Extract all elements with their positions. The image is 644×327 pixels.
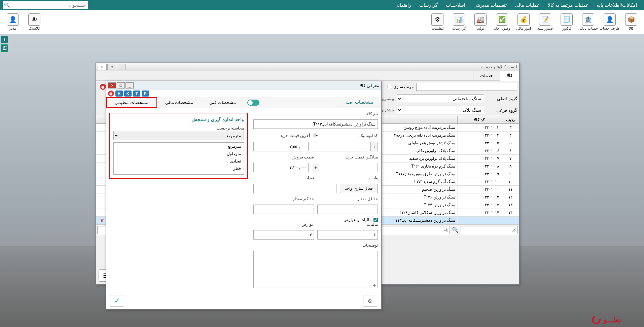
exit-button[interactable]: ⎋ (363, 295, 377, 306)
factory-icon: 🏭 (474, 13, 487, 26)
tab-fin-specs[interactable]: مشخصات مالی (157, 98, 202, 107)
detail-badge-r[interactable]: R (142, 90, 149, 97)
name-label: نام کالا (253, 111, 378, 116)
detail-window-title: معرفی کالا (360, 83, 379, 88)
detail-close[interactable]: ✕ (108, 82, 116, 88)
autocode-plus[interactable]: + (370, 142, 378, 151)
chart-icon: 📊 (453, 13, 465, 26)
sellprice-plus[interactable]: + (312, 163, 319, 172)
filter-code-input[interactable] (461, 226, 518, 234)
unit-option-3[interactable]: قطر (114, 165, 244, 172)
maximize-button[interactable]: □ (107, 64, 116, 70)
menu-goods-ops[interactable]: عملیات مرتبط به کالا (544, 0, 593, 10)
box-icon: 📦 (625, 13, 637, 26)
detail-minimize[interactable]: _ (126, 82, 134, 88)
badge-logo-icon[interactable]: ◉ (100, 84, 106, 90)
tb-production[interactable]: 🏭تولید (470, 12, 491, 33)
tab-goods[interactable]: کالا (500, 71, 519, 81)
close-button[interactable]: ✕ (98, 64, 107, 70)
row-code: ۰۲۳۰۱۰۰۴ (457, 132, 501, 139)
menu-reports[interactable]: گزارشات (415, 0, 442, 10)
row-index: ۶ (501, 147, 519, 154)
tb-invoice[interactable]: 🧾فاکتور (557, 12, 577, 33)
row-code: ۰۲۳۰۱۰۱۲ (457, 193, 501, 201)
barcode-icon[interactable]: ⊪ (313, 132, 318, 139)
side-info-icon[interactable]: ℹ (1, 36, 8, 43)
count-input[interactable] (253, 184, 336, 193)
min-label: حداقل مقدار (317, 196, 378, 201)
menu-mgmt[interactable]: تنظیمات مدیریتی (469, 0, 511, 10)
sellprice-input[interactable] (253, 163, 309, 172)
desc-textarea[interactable] (253, 251, 378, 288)
menu-base[interactable]: امکانات/اطلاعات پایه (593, 0, 641, 10)
desc-plus-icon[interactable]: + (373, 283, 376, 288)
confirm-button[interactable]: ✓ (110, 295, 124, 306)
max-input[interactable] (253, 205, 314, 214)
max-label: حداکثر مقدار (253, 196, 314, 201)
tax-checkbox[interactable] (373, 218, 378, 222)
detail-badge-h[interactable]: H (115, 90, 123, 97)
lastbuy-input[interactable] (253, 142, 309, 151)
unit-option-0[interactable]: مترمربع (114, 143, 244, 150)
search-input[interactable] (11, 1, 88, 9)
tab-tech-specs[interactable]: مشخصات فنی (201, 98, 244, 107)
row-index: ۱۲ (501, 193, 519, 201)
search-icon[interactable]: 🔍 (3, 1, 11, 9)
tab-services[interactable]: خدمات (473, 71, 500, 80)
tb-reports[interactable]: 📊گزارشات (449, 12, 469, 33)
row-code: ۰۲۳۰۱۰۱۴ (457, 209, 501, 216)
avgbuy-input[interactable] (323, 163, 378, 172)
sort-input[interactable] (416, 83, 517, 91)
filter-search-icon: 🔍 (452, 226, 459, 234)
goods-name-input[interactable] (253, 119, 378, 129)
tax-input[interactable] (317, 230, 378, 240)
menu-corrections[interactable]: اصلاحــات (442, 0, 469, 10)
min-input[interactable] (317, 205, 378, 214)
detail-badge-k[interactable]: K (124, 90, 132, 97)
tb-admin[interactable]: 👤مدیر (3, 12, 23, 33)
tb-cheque[interactable]: ✅وصول چک (492, 12, 512, 33)
lastbuy-label: آخرین قیمت خرید (253, 133, 310, 138)
sort-checkbox[interactable] (388, 85, 392, 89)
tb-settings[interactable]: ⚙تنظیمات (427, 12, 448, 33)
calc-label: محاسبه برحسب (217, 126, 244, 131)
active-toggle[interactable] (247, 100, 259, 106)
duty-input[interactable] (253, 230, 314, 240)
tb-goods[interactable]: 📦کالا (621, 12, 641, 33)
tab-main-specs[interactable]: مشخصات اصلی (335, 98, 381, 107)
tb-voucher[interactable]: 📝صدور سند (535, 12, 555, 33)
side-image-icon[interactable]: 🖼 (1, 44, 8, 52)
tb-bank[interactable]: 🏦حساب بانکی (578, 12, 598, 33)
minimize-button[interactable]: _ (117, 64, 126, 70)
detail-maximize[interactable]: □ (117, 82, 125, 88)
detail-badge-t[interactable]: T (133, 90, 140, 97)
sub-group-select[interactable]: سنگ پلاک (397, 106, 484, 114)
main-group-select[interactable]: سنگ ساختمانی (397, 94, 484, 103)
menu-help[interactable]: راهنمائی (390, 0, 415, 10)
receipt-icon: 🧾 (561, 13, 573, 26)
list-window-title: لیست کالاها و خدمات (126, 65, 517, 69)
autocode-input[interactable] (312, 142, 367, 151)
money-icon: 💰 (517, 13, 530, 26)
row-index (501, 217, 519, 224)
tb-account[interactable]: 👤طرف حساب (600, 12, 620, 33)
row-index: ۴ (501, 132, 519, 139)
activate-unit-button[interactable]: فعال سازی واحد (340, 184, 378, 193)
unit-select[interactable]: مترمربع (113, 131, 244, 140)
tb-finance[interactable]: 💰امور مالی (513, 12, 534, 33)
count-label: تعداد (253, 176, 314, 180)
goods-detail-window: معرفی کالا _ □ ✕ ◉ H K T R مشخصات اصلی م… (106, 81, 382, 310)
col-code[interactable]: کد کالا (457, 116, 501, 123)
check-icon: ✅ (496, 13, 508, 26)
row-index: ۱۱ (501, 186, 519, 193)
detail-badge-logo-icon[interactable]: ◉ (108, 90, 114, 97)
col-row[interactable]: ردیف (501, 116, 519, 123)
menu-finance-ops[interactable]: عملیات مالی (511, 0, 544, 10)
unit-option-2[interactable]: تعدادی (114, 157, 244, 165)
logo-ring-icon (590, 314, 602, 326)
tab-cfg-specs[interactable]: مشخصات تنظیمی (106, 97, 157, 108)
tb-classic[interactable]: 👁کلاسیک (24, 12, 44, 33)
unit-option-1[interactable]: مترطول (114, 150, 244, 157)
unit-section: واحد اندازه گیری و سنجش محاسبه برحسب متر… (109, 113, 248, 179)
unit-list[interactable]: مترمربع مترطول تعدادی قطر (113, 142, 244, 175)
